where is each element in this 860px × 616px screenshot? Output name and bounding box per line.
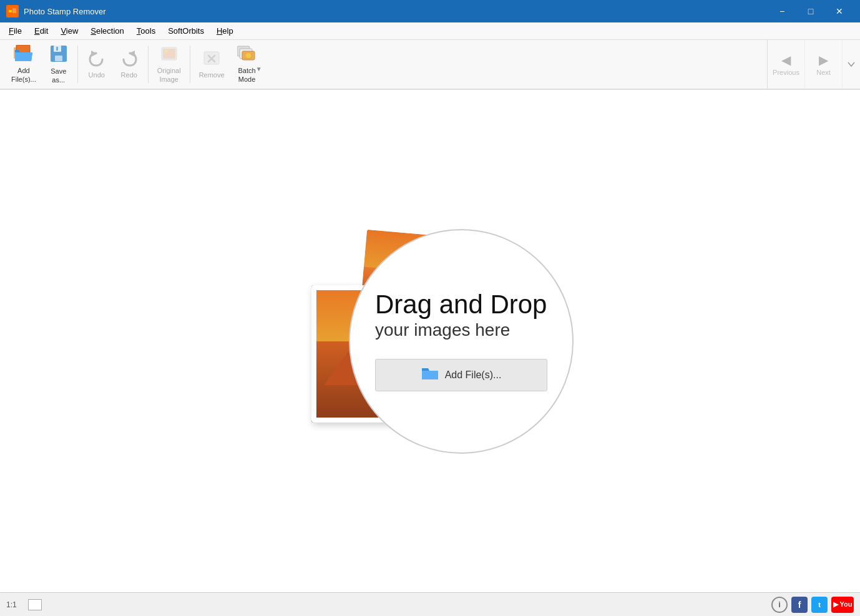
undo-icon xyxy=(87,49,106,69)
title-bar: Photo Stamp Remover − □ ✕ xyxy=(0,0,860,22)
separator-3 xyxy=(190,46,190,83)
batch-mode-button[interactable]: Batch Mode ▼ xyxy=(231,42,263,86)
save-icon xyxy=(49,44,68,66)
window-controls: − □ ✕ xyxy=(768,0,854,22)
svg-rect-8 xyxy=(55,56,62,61)
svg-marker-11 xyxy=(129,51,135,57)
add-files-button[interactable]: Add File(s)... xyxy=(5,42,42,86)
original-image-label: Original Image xyxy=(157,67,181,83)
add-files-icon xyxy=(14,45,34,65)
status-right: i f t ▶ You xyxy=(771,597,854,613)
menu-tools[interactable]: Tools xyxy=(130,24,162,38)
drop-circle: Drag and Drop your images here Add File(… xyxy=(349,229,574,454)
redo-icon xyxy=(120,49,139,69)
redo-label: Redo xyxy=(121,71,137,79)
save-as-button[interactable]: Save as... xyxy=(42,42,75,86)
separator-1 xyxy=(77,46,78,83)
remove-button[interactable]: Remove xyxy=(193,42,231,86)
toolbar: Add File(s)... Save as... xyxy=(0,40,860,90)
svg-rect-1 xyxy=(9,10,12,12)
undo-label: Undo xyxy=(89,71,105,79)
separator-2 xyxy=(148,46,149,83)
remove-icon xyxy=(202,49,221,69)
drag-drop-line2: your images here xyxy=(375,320,547,340)
add-files-drop-label: Add File(s)... xyxy=(445,369,502,381)
menu-file[interactable]: File xyxy=(2,24,28,38)
toolbar-nav: ◀ Previous ▶ Next xyxy=(767,40,860,89)
youtube-icon: ▶ You xyxy=(833,600,853,609)
add-files-label: Add File(s)... xyxy=(11,67,36,83)
svg-rect-9 xyxy=(56,47,58,51)
menu-view[interactable]: View xyxy=(54,24,84,38)
next-button[interactable]: ▶ Next xyxy=(805,40,843,89)
previous-button[interactable]: ◀ Previous xyxy=(768,40,805,89)
original-image-icon xyxy=(160,45,178,65)
svg-point-21 xyxy=(246,53,251,58)
add-files-drop-button[interactable]: Add File(s)... xyxy=(375,359,547,391)
menu-softorbits[interactable]: SoftOrbits xyxy=(162,24,210,38)
undo-button[interactable]: Undo xyxy=(81,42,113,86)
svg-rect-2 xyxy=(12,8,16,13)
remove-label: Remove xyxy=(199,71,225,79)
maximize-button[interactable]: □ xyxy=(796,0,825,22)
menu-bar: File Edit View Selection Tools SoftOrbit… xyxy=(0,22,860,40)
folder-icon xyxy=(421,366,439,384)
menu-selection[interactable]: Selection xyxy=(84,24,130,38)
menu-help[interactable]: Help xyxy=(210,24,240,38)
main-content: Drag and Drop your images here Add File(… xyxy=(0,90,860,592)
minimize-button[interactable]: − xyxy=(768,0,796,22)
twitter-icon: t xyxy=(818,601,821,609)
batch-mode-icon xyxy=(237,45,257,65)
next-label: Next xyxy=(816,69,831,76)
svg-point-14 xyxy=(164,49,168,53)
drag-drop-line1: Drag and Drop xyxy=(375,291,547,318)
status-left: 1:1 xyxy=(6,599,44,610)
original-image-button[interactable]: Original Image xyxy=(151,42,187,86)
status-image-icon xyxy=(28,599,42,610)
info-button[interactable]: i xyxy=(771,597,788,613)
batch-mode-label: Batch Mode xyxy=(238,67,256,83)
facebook-icon: f xyxy=(798,600,801,610)
drop-zone-container: Drag and Drop your images here Add File(… xyxy=(212,223,648,460)
youtube-button[interactable]: ▶ You xyxy=(831,597,854,613)
redo-button[interactable]: Redo xyxy=(113,42,145,86)
zoom-level: 1:1 xyxy=(6,600,17,609)
twitter-button[interactable]: t xyxy=(811,597,828,613)
menu-edit[interactable]: Edit xyxy=(28,24,54,38)
previous-arrow-icon: ◀ xyxy=(781,52,791,67)
toolbar-scroll-down[interactable] xyxy=(843,40,860,89)
previous-label: Previous xyxy=(773,69,799,76)
close-button[interactable]: ✕ xyxy=(825,0,854,22)
facebook-button[interactable]: f xyxy=(791,597,808,613)
svg-marker-10 xyxy=(91,51,97,57)
window-title: Photo Stamp Remover xyxy=(24,7,768,16)
app-icon xyxy=(6,5,19,17)
status-bar: 1:1 i f t ▶ You xyxy=(0,592,860,616)
toolbar-group-main: Add File(s)... Save as... xyxy=(5,40,263,89)
batch-mode-dropdown-arrow: ▼ xyxy=(256,66,262,72)
save-as-label: Save as... xyxy=(51,67,66,84)
next-arrow-icon: ▶ xyxy=(819,52,828,67)
